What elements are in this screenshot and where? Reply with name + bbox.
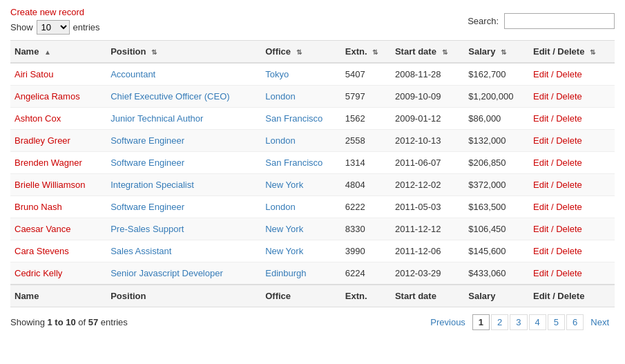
office-link[interactable]: London: [265, 135, 295, 146]
page-6[interactable]: 6: [566, 314, 584, 330]
cell-office: New York: [261, 240, 341, 262]
position-link[interactable]: Sales Assistant: [110, 246, 171, 256]
edit-delete-link[interactable]: Edit / Delete: [533, 91, 582, 102]
cell-position: Software Engineer: [106, 196, 261, 218]
name-link[interactable]: Bradley Greer: [15, 135, 70, 146]
table-row: Bruno Nash Software Engineer London 6222…: [10, 196, 615, 218]
sort-icon-name: [44, 48, 51, 56]
sort-icon-start-date: [442, 48, 448, 56]
name-link[interactable]: Bruno Nash: [15, 202, 62, 212]
cell-extn: 2558: [341, 130, 391, 152]
table-row: Caesar Vance Pre-Sales Support New York …: [10, 218, 615, 240]
name-link[interactable]: Airi Satou: [15, 69, 53, 79]
name-link[interactable]: Brenden Wagner: [15, 157, 82, 168]
edit-delete-link[interactable]: Edit / Delete: [533, 69, 582, 79]
edit-delete-link[interactable]: Edit / Delete: [533, 135, 582, 146]
entries-label: entries: [73, 22, 100, 32]
edit-delete-link[interactable]: Edit / Delete: [533, 113, 582, 124]
cell-office: New York: [261, 174, 341, 196]
cell-office: New York: [261, 218, 341, 240]
page-1[interactable]: 1: [472, 314, 490, 330]
office-link[interactable]: London: [265, 202, 295, 212]
bottom-bar: Showing 1 to 10 of 57 entries Previous 1…: [10, 314, 615, 330]
previous-button[interactable]: Previous: [425, 315, 471, 329]
office-link[interactable]: San Francisco: [265, 157, 323, 168]
create-record-link[interactable]: Create new record: [10, 7, 100, 17]
cell-extn: 3990: [341, 240, 391, 262]
col-header-position[interactable]: Position: [106, 41, 261, 64]
col-header-office[interactable]: Office: [261, 41, 341, 64]
search-label: Search:: [468, 16, 499, 26]
cell-position: Senior Javascript Developer: [106, 262, 261, 285]
cell-salary: $106,450: [464, 218, 529, 240]
position-link[interactable]: Senior Javascript Developer: [110, 268, 223, 278]
next-button[interactable]: Next: [585, 315, 615, 329]
show-entries-control: Show 10 25 50 100 entries: [10, 20, 100, 35]
entries-select[interactable]: 10 25 50 100: [37, 20, 70, 35]
col-header-extn[interactable]: Extn.: [341, 41, 391, 64]
edit-delete-link[interactable]: Edit / Delete: [533, 268, 582, 278]
name-link[interactable]: Angelica Ramos: [15, 91, 80, 102]
office-link[interactable]: San Francisco: [265, 113, 323, 124]
position-link[interactable]: Accountant: [110, 69, 155, 79]
cell-edit-delete: Edit / Delete: [529, 262, 615, 285]
show-label: Show: [10, 22, 33, 32]
edit-delete-link[interactable]: Edit / Delete: [533, 224, 582, 234]
edit-delete-link[interactable]: Edit / Delete: [533, 180, 582, 190]
cell-edit-delete: Edit / Delete: [529, 108, 615, 130]
sort-icon-extn: [372, 48, 378, 56]
office-link[interactable]: New York: [265, 180, 303, 190]
table-row: Cara Stevens Sales Assistant New York 39…: [10, 240, 615, 262]
cell-office: Edinburgh: [261, 262, 341, 285]
position-link[interactable]: Pre-Sales Support: [110, 224, 184, 234]
cell-extn: 4804: [341, 174, 391, 196]
office-link[interactable]: Edinburgh: [265, 268, 306, 278]
position-link[interactable]: Junior Technical Author: [110, 113, 203, 124]
office-link[interactable]: Tokyo: [265, 69, 289, 79]
cell-salary: $162,700: [464, 63, 529, 86]
col-header-salary[interactable]: Salary: [464, 41, 529, 64]
name-link[interactable]: Cara Stevens: [15, 246, 69, 256]
cell-name: Brenden Wagner: [10, 152, 106, 174]
col-header-name[interactable]: Name: [10, 41, 106, 64]
edit-delete-link[interactable]: Edit / Delete: [533, 157, 582, 168]
edit-delete-link[interactable]: Edit / Delete: [533, 202, 582, 212]
office-link[interactable]: New York: [265, 224, 303, 234]
office-link[interactable]: New York: [265, 246, 303, 256]
edit-delete-link[interactable]: Edit / Delete: [533, 246, 582, 256]
table-row: Airi Satou Accountant Tokyo 5407 2008-11…: [10, 63, 615, 86]
position-link[interactable]: Software Engineer: [110, 135, 184, 146]
table-row: Ashton Cox Junior Technical Author San F…: [10, 108, 615, 130]
position-link[interactable]: Software Engineer: [110, 157, 184, 168]
cell-extn: 1314: [341, 152, 391, 174]
cell-salary: $86,000: [464, 108, 529, 130]
name-link[interactable]: Ashton Cox: [15, 113, 61, 124]
cell-name: Ashton Cox: [10, 108, 106, 130]
cell-office: London: [261, 196, 341, 218]
search-bar: Search:: [468, 13, 615, 29]
name-link[interactable]: Cedric Kelly: [15, 268, 62, 278]
page-2[interactable]: 2: [491, 314, 508, 330]
name-link[interactable]: Brielle Williamson: [15, 180, 86, 190]
office-link[interactable]: London: [265, 91, 295, 102]
pagination: Previous 1 2 3 4 5 6 Next: [425, 314, 615, 330]
cell-edit-delete: Edit / Delete: [529, 196, 615, 218]
name-link[interactable]: Caesar Vance: [15, 224, 70, 234]
col-header-start-date[interactable]: Start date: [391, 41, 464, 64]
sort-icon-salary: [501, 48, 506, 56]
cell-position: Accountant: [106, 63, 261, 86]
search-input[interactable]: [504, 13, 615, 29]
cell-salary: $206,850: [464, 152, 529, 174]
cell-salary: $132,000: [464, 130, 529, 152]
col-header-edit-delete[interactable]: Edit / Delete: [529, 41, 615, 64]
page-4[interactable]: 4: [529, 314, 546, 330]
col-footer-position: Position: [106, 285, 261, 307]
position-link[interactable]: Integration Specialist: [110, 180, 194, 190]
cell-salary: $145,600: [464, 240, 529, 262]
cell-extn: 5797: [341, 86, 391, 108]
page-5[interactable]: 5: [548, 314, 565, 330]
position-link[interactable]: Chief Executive Officer (CEO): [110, 91, 229, 102]
page-3[interactable]: 3: [510, 314, 527, 330]
position-link[interactable]: Software Engineer: [110, 202, 184, 212]
cell-office: Tokyo: [261, 63, 341, 86]
